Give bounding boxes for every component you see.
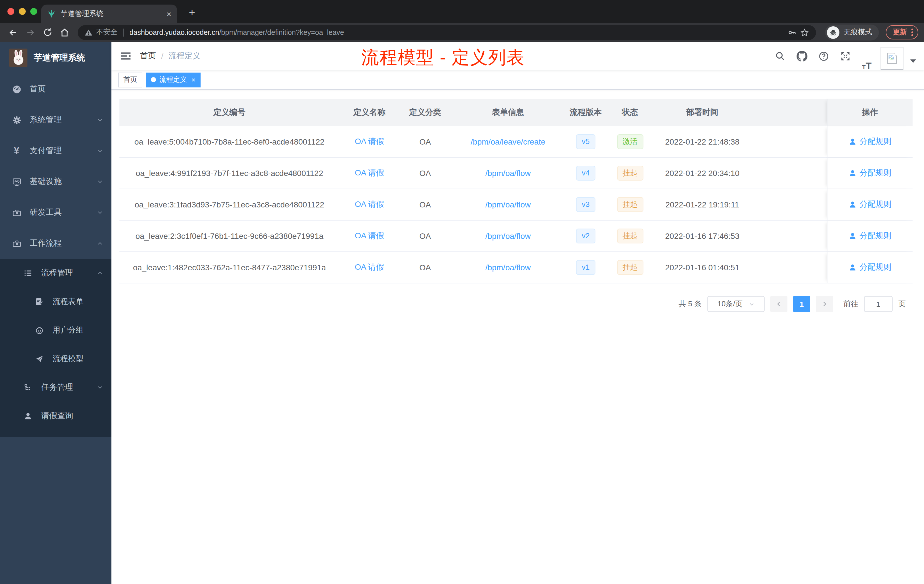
definition-category: OA: [399, 137, 451, 146]
browser-toolbar: 不安全 dashboard.yudao.iocoder.cn/bpm/manag…: [0, 23, 924, 42]
bookmark-star-icon[interactable]: [800, 28, 809, 37]
sidebar-item-devtools[interactable]: 研发工具: [0, 197, 111, 228]
page-size-select[interactable]: 10条/页: [708, 296, 765, 312]
version-badge: v4: [576, 166, 595, 181]
tag-close-icon[interactable]: ×: [191, 76, 195, 84]
forward-icon[interactable]: [23, 25, 38, 40]
sidebar-item-infra[interactable]: 基础设施: [0, 166, 111, 197]
definition-name-link[interactable]: OA 请假: [355, 168, 384, 177]
sidebar-item-process-mgmt[interactable]: 流程管理: [0, 259, 111, 287]
url-text[interactable]: dashboard.yudao.iocoder.cn/bpm/manager/d…: [129, 28, 344, 36]
sidebar-item-task-mgmt[interactable]: 任务管理: [0, 373, 111, 402]
sidebar-item-leave-query[interactable]: 请假查询: [0, 402, 111, 430]
definition-id: oa_leave:2:3c1f0ef1-76b1-11ec-9c66-a2380…: [119, 231, 340, 241]
form-link[interactable]: /bpm/oa/flow: [485, 231, 531, 241]
sidebar-item-label: 系统管理: [30, 115, 97, 125]
deploy-time: 2022-01-22 21:48:38: [654, 137, 751, 146]
form-link[interactable]: /bpm/oa/flow: [485, 168, 531, 178]
current-page-button[interactable]: 1: [793, 296, 810, 312]
key-icon[interactable]: [788, 28, 797, 37]
window-controls: [7, 8, 37, 15]
back-icon[interactable]: [6, 25, 21, 40]
sidebar-toggle-icon[interactable]: [111, 42, 140, 70]
next-page-button[interactable]: [816, 296, 833, 312]
home-icon[interactable]: [57, 25, 72, 40]
help-icon[interactable]: [815, 42, 832, 70]
browser-tab[interactable]: 芋道管理系统 ×: [41, 5, 177, 23]
sidebar-logo[interactable]: 芋道管理系统: [0, 42, 111, 74]
sidebar-item-process-model[interactable]: 流程模型: [0, 345, 111, 373]
sidebar-item-label: 工作流程: [30, 238, 97, 249]
active-dot-icon: [151, 77, 156, 82]
assign-rule-button[interactable]: 分配规则: [848, 200, 891, 210]
sidebar: 芋道管理系统 首页 系统管理 ¥ 支付管理: [0, 42, 111, 584]
sidebar-item-system[interactable]: 系统管理: [0, 105, 111, 135]
version-badge: v2: [576, 229, 595, 243]
assign-rule-label: 分配规则: [860, 168, 891, 178]
form-link[interactable]: /bpm/oa/flow: [485, 200, 531, 209]
close-window-icon[interactable]: [7, 8, 14, 15]
status-badge: 挂起: [617, 166, 643, 181]
minimize-window-icon[interactable]: [19, 8, 26, 15]
sidebar-item-label: 研发工具: [30, 208, 97, 218]
user-icon: [23, 411, 33, 421]
deploy-time: 2022-01-22 19:19:11: [654, 200, 751, 209]
chevron-left-icon: [776, 300, 782, 307]
prev-page-button[interactable]: [770, 296, 787, 312]
sidebar-item-user-group[interactable]: 用户分组: [0, 316, 111, 345]
logo-avatar: [9, 49, 27, 67]
user-avatar[interactable]: [881, 47, 903, 70]
table-row: oa_leave:2:3c1f0ef1-76b1-11ec-9c66-a2380…: [119, 221, 912, 252]
sidebar-item-label: 首页: [30, 84, 104, 94]
zoom-window-icon[interactable]: [30, 8, 37, 15]
form-link[interactable]: /bpm/oa/flow: [485, 263, 531, 272]
browser-titlebar: 芋道管理系统 × +: [0, 0, 924, 23]
monitor-chart-icon: [12, 177, 22, 187]
goto-page-input[interactable]: [864, 296, 893, 312]
definition-name-link[interactable]: OA 请假: [355, 137, 384, 146]
incognito-label: 无痕模式: [844, 27, 872, 37]
incognito-icon: [827, 26, 840, 39]
table-header: 定义编号 定义名称 定义分类 表单信息 流程版本 状态 部署时间 操作: [119, 99, 912, 126]
tab-title: 芋道管理系统: [61, 9, 166, 18]
assign-rule-button[interactable]: 分配规则: [848, 231, 891, 241]
sidebar-item-pay[interactable]: ¥ 支付管理: [0, 135, 111, 166]
definition-category: OA: [399, 263, 451, 272]
definition-name-link[interactable]: OA 请假: [355, 262, 384, 271]
github-icon[interactable]: [794, 42, 810, 70]
tag-process-definition[interactable]: 流程定义 ×: [146, 72, 201, 87]
sidebar-item-workflow[interactable]: 工作流程: [0, 228, 111, 259]
font-size-icon[interactable]: TT: [859, 42, 875, 70]
definition-name-link[interactable]: OA 请假: [355, 231, 384, 240]
assign-rule-button[interactable]: 分配规则: [848, 262, 891, 272]
assign-rule-button[interactable]: 分配规则: [848, 137, 891, 147]
reload-icon[interactable]: [40, 25, 55, 40]
address-bar[interactable]: 不安全 dashboard.yudao.iocoder.cn/bpm/manag…: [78, 25, 816, 40]
gear-icon: [12, 115, 22, 125]
chevron-down-icon: [97, 178, 104, 185]
assign-rule-button[interactable]: 分配规则: [848, 168, 891, 178]
user-icon: [848, 232, 856, 240]
browser-menu-icon[interactable]: [912, 29, 913, 36]
user-icon: [848, 169, 856, 177]
toolbox-icon: [12, 208, 22, 218]
form-link[interactable]: /bpm/oa/leave/create: [470, 137, 545, 146]
url-domain: dashboard.yudao.iocoder.cn: [129, 28, 219, 36]
paper-plane-icon: [34, 354, 45, 364]
search-icon[interactable]: [772, 42, 788, 70]
browser-update-button[interactable]: 更新: [886, 25, 918, 40]
new-tab-button[interactable]: +: [184, 5, 200, 21]
assign-rule-label: 分配规则: [860, 137, 891, 147]
user-icon: [848, 264, 856, 271]
sidebar-item-process-form[interactable]: 流程表单: [0, 287, 111, 316]
list-icon: [23, 268, 33, 278]
definition-name-link[interactable]: OA 请假: [355, 200, 384, 209]
breadcrumb-home[interactable]: 首页: [140, 51, 156, 61]
avatar-caret-icon[interactable]: [910, 59, 916, 63]
security-label[interactable]: 不安全: [96, 27, 117, 37]
fullscreen-icon[interactable]: [837, 42, 853, 70]
sidebar-item-home[interactable]: 首页: [0, 74, 111, 105]
column-header: 定义编号: [119, 107, 340, 117]
tab-close-icon[interactable]: ×: [166, 10, 172, 18]
tag-home[interactable]: 首页: [118, 72, 142, 87]
